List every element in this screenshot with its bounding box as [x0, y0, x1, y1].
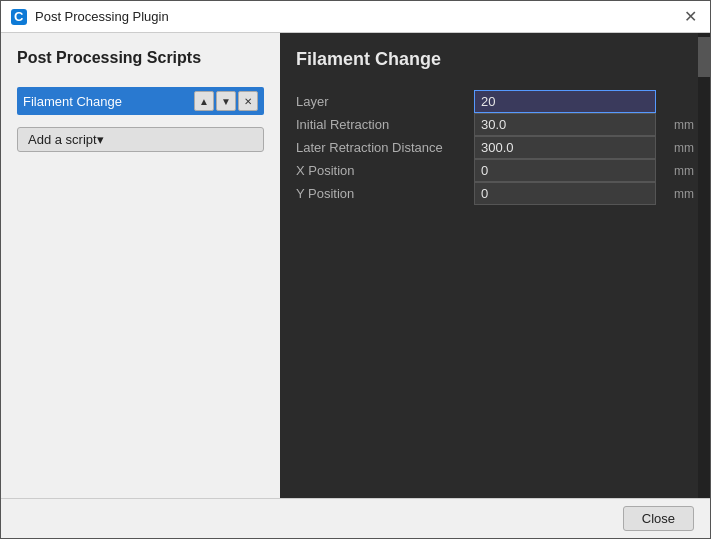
field-input[interactable] — [474, 159, 656, 182]
script-item-label: Filament Change — [23, 94, 194, 109]
dialog-close-button[interactable]: ✕ — [680, 7, 700, 27]
field-row: Later Retraction Distancemm — [296, 136, 694, 159]
field-row: Y Positionmm — [296, 182, 694, 205]
field-input[interactable] — [474, 90, 656, 113]
field-label: Initial Retraction — [296, 117, 466, 132]
field-row: Layer — [296, 90, 694, 113]
field-input[interactable] — [474, 182, 656, 205]
script-remove-button[interactable]: ✕ — [238, 91, 258, 111]
field-unit: mm — [664, 187, 694, 201]
dialog-title: Post Processing Plugin — [35, 9, 169, 24]
field-input[interactable] — [474, 113, 656, 136]
scrollbar-thumb[interactable] — [698, 37, 710, 77]
right-panel-title: Filament Change — [296, 49, 694, 70]
script-item-controls: ▲ ▼ ✕ — [194, 91, 258, 111]
left-panel: Post Processing Scripts Filament Change … — [1, 33, 280, 498]
panel-title: Post Processing Scripts — [17, 49, 264, 67]
scrollbar[interactable] — [698, 33, 710, 498]
script-list: Filament Change ▲ ▼ ✕ — [17, 87, 264, 115]
field-label: Layer — [296, 94, 466, 109]
right-panel: Filament Change LayerInitial Retractionm… — [280, 33, 710, 498]
title-bar-left: C Post Processing Plugin — [11, 9, 169, 25]
script-item-filament-change[interactable]: Filament Change ▲ ▼ ✕ — [17, 87, 264, 115]
field-label: Y Position — [296, 186, 466, 201]
add-script-button[interactable]: Add a script▾ — [17, 127, 264, 152]
main-content: Post Processing Scripts Filament Change … — [1, 33, 710, 498]
footer: Close — [1, 498, 710, 538]
field-input[interactable] — [474, 136, 656, 159]
field-row: X Positionmm — [296, 159, 694, 182]
script-move-up-button[interactable]: ▲ — [194, 91, 214, 111]
field-label: X Position — [296, 163, 466, 178]
close-button[interactable]: Close — [623, 506, 694, 531]
field-unit: mm — [664, 164, 694, 178]
fields-container: LayerInitial RetractionmmLater Retractio… — [296, 90, 694, 205]
field-unit: mm — [664, 141, 694, 155]
dialog: C Post Processing Plugin ✕ Post Processi… — [0, 0, 711, 539]
field-row: Initial Retractionmm — [296, 113, 694, 136]
app-icon: C — [11, 9, 27, 25]
script-move-down-button[interactable]: ▼ — [216, 91, 236, 111]
field-label: Later Retraction Distance — [296, 140, 466, 155]
svg-text:C: C — [14, 9, 24, 24]
title-bar: C Post Processing Plugin ✕ — [1, 1, 710, 33]
field-unit: mm — [664, 118, 694, 132]
